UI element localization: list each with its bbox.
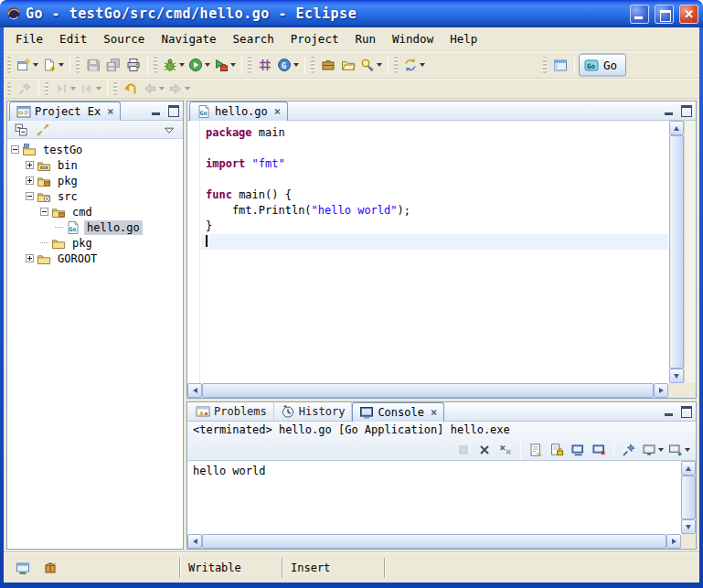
code-line-1[interactable]: package main [201,125,668,141]
collapse-icon[interactable] [40,208,48,216]
scroll-right-button[interactable] [654,383,668,398]
menu-run[interactable]: Run [346,29,384,48]
console-vscrollbar[interactable] [681,461,696,534]
scroll-up-button[interactable] [669,121,684,135]
expand-icon[interactable] [26,254,34,262]
tree-item-hello.go[interactable]: Gohello.go [7,219,183,235]
forward-button[interactable] [166,80,192,97]
clear-console-button[interactable] [526,441,546,459]
minimize-button[interactable] [630,5,649,24]
dropdown-arrow-icon[interactable] [70,87,76,91]
dropdown-arrow-icon[interactable] [205,63,210,67]
collapse-all-button[interactable] [11,122,31,138]
maximize-view-button[interactable] [679,104,693,117]
scrollbar-thumb[interactable] [202,534,666,549]
tab-hello-go[interactable]: Go hello.go × [189,102,288,121]
tree-item-pkg[interactable]: pkg [7,235,183,251]
maximize-button[interactable] [655,5,674,24]
toolbox-button[interactable] [318,54,338,76]
terminate-button[interactable] [453,441,474,459]
tab-problems[interactable]: Problems [189,401,274,421]
open-perspective-button[interactable] [550,54,570,76]
scroll-right-button[interactable] [666,534,681,549]
dropdown-arrow-icon[interactable] [96,87,101,91]
next-annotation-button[interactable] [52,80,78,97]
team-sync-button[interactable] [401,54,427,76]
console-hscrollbar[interactable] [187,534,681,549]
close-icon[interactable]: × [431,407,437,418]
tree-item-testGo[interactable]: testGo [7,142,183,157]
save-button[interactable] [83,54,103,76]
tree-item-GOROOT[interactable]: GOROOT [7,251,183,266]
menu-file[interactable]: File [7,29,51,48]
print-button[interactable] [123,54,144,76]
external-tools-button[interactable] [212,54,238,76]
dropdown-arrow-icon[interactable] [230,63,236,67]
editor-hscrollbar[interactable] [187,383,668,398]
open-folder-button[interactable] [338,54,358,76]
scrollbar-thumb[interactable] [202,383,654,398]
open-console-button[interactable] [666,441,692,459]
code-line-5[interactable]: func main() { [201,187,668,203]
display-console-button[interactable] [640,441,666,459]
link-with-editor-button[interactable] [33,122,53,138]
remove-launch-button[interactable] [474,441,495,459]
menu-source[interactable]: Source [95,29,153,48]
close-button[interactable] [679,5,698,24]
expand-icon[interactable] [26,176,34,185]
code-line-8[interactable] [201,234,668,250]
expand-icon[interactable] [26,161,34,169]
scrollbar-thumb[interactable] [669,135,684,369]
new-wizard-button[interactable] [15,54,40,76]
code-line-4[interactable] [201,172,668,187]
menu-search[interactable]: Search [225,29,282,48]
console-output[interactable]: hello world [187,461,681,534]
code-area[interactable]: package mainimport "fmt"func main() { fm… [201,121,668,383]
dropdown-arrow-icon[interactable] [293,63,299,67]
show-stderr-button[interactable] [589,441,609,459]
go-package-button[interactable] [40,557,60,579]
editor-vscrollbar[interactable] [669,121,684,383]
search-button[interactable] [358,54,384,76]
dropdown-arrow-icon[interactable] [658,448,664,452]
tab-console[interactable]: Console× [352,402,444,422]
dropdown-arrow-icon[interactable] [685,448,690,452]
tree-item-src[interactable]: src [7,188,183,204]
maximize-view-button[interactable] [166,104,180,117]
code-line-3[interactable]: import "fmt" [201,156,668,172]
go-build-button[interactable]: G [275,54,301,76]
tab-history[interactable]: History [274,401,353,421]
annotation-ruler[interactable] [187,121,200,383]
close-icon[interactable]: × [107,106,113,117]
titlebar[interactable]: Go - testGo/src/cmd/hello.go - Eclipse [0,0,703,27]
minimize-view-button[interactable] [149,104,163,117]
prev-annotation-button[interactable] [78,80,103,97]
run-button[interactable] [186,54,212,76]
dropdown-arrow-icon[interactable] [59,63,64,67]
scroll-down-button[interactable] [681,519,696,534]
scroll-left-button[interactable] [187,534,202,549]
minimize-view-button[interactable] [662,405,676,418]
new-go-project-button[interactable] [255,54,275,76]
menu-help[interactable]: Help [442,29,485,48]
tab-project-explorer[interactable]: Project Ex × [9,102,121,121]
tree-item-pkg[interactable]: pkg [7,173,183,188]
collapse-icon[interactable] [26,192,34,200]
scroll-up-button[interactable] [681,461,696,476]
tree-item-bin[interactable]: 010bin [7,157,183,173]
menu-window[interactable]: Window [384,29,442,48]
collapse-icon[interactable] [11,145,19,154]
show-stdout-button[interactable] [568,441,588,459]
code-line-2[interactable] [201,141,668,156]
debug-button[interactable] [161,54,186,76]
code-line-6[interactable]: fmt.Println("hello world"); [201,203,668,219]
code-line-7[interactable]: } [201,219,668,234]
back-button[interactable] [141,80,166,97]
dropdown-arrow-icon[interactable] [33,63,38,67]
dropdown-arrow-icon[interactable] [179,63,185,67]
overview-ruler[interactable] [684,121,696,383]
maximize-view-button[interactable] [679,405,693,418]
last-edit-location-button[interactable] [121,80,141,97]
scroll-lock-button[interactable] [547,441,567,459]
save-all-button[interactable] [103,54,123,76]
